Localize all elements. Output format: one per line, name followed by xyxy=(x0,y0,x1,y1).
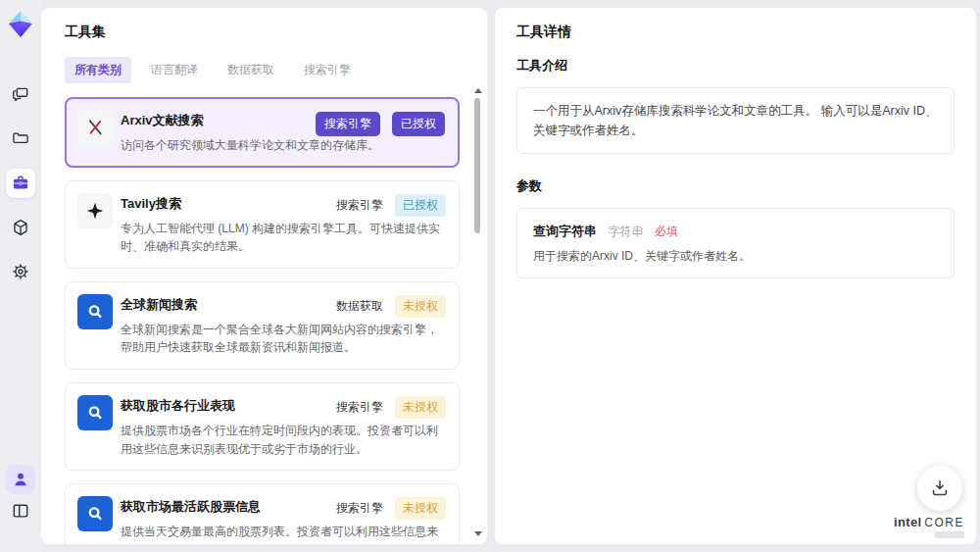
sidebar-item-chat[interactable] xyxy=(6,80,35,110)
tool-intro-text: 一个用于从Arxiv存储库搜索科学论文和文章的工具。 输入可以是Arxiv ID… xyxy=(516,87,955,154)
tool-card[interactable]: 获取市场最活跃股票信息 提供当天交易量最高的股票列表。投资者可以利用这些信息来识… xyxy=(65,483,460,544)
parameter-card: 查询字符串 字符串 必填 用于搜索的Arxiv ID、关键字或作者姓名。 xyxy=(516,208,955,278)
auth-status-badge: 未授权 xyxy=(395,295,446,318)
sidebar-rail xyxy=(0,0,41,552)
tool-description: 专为人工智能代理 (LLM) 构建的搜索引擎工具。可快速提供实时、准确和真实的结… xyxy=(121,220,447,256)
app-window: 工具集 所有类别语言翻译数据获取搜索引擎 Arxiv文献搜索 访问各个研究领域大… xyxy=(0,0,980,552)
download-button[interactable] xyxy=(917,466,962,511)
diamond-logo-icon xyxy=(6,9,35,40)
tool-card[interactable]: 全球新闻搜索 全球新闻搜索是一个聚合全球各大新闻网站内容的搜索引擎，帮助用户快速… xyxy=(65,281,460,370)
tool-tags: 搜索引擎 未授权 xyxy=(336,497,446,520)
tool-category-tag: 搜索引擎 xyxy=(336,197,383,214)
intro-section-header: 工具介绍 xyxy=(516,57,955,75)
details-panel: 工具详情 工具介绍 一个用于从Arxiv存储库搜索科学论文和文章的工具。 输入可… xyxy=(495,8,976,544)
intel-logo-sub-mark xyxy=(935,531,964,538)
category-tab-1[interactable]: 语言翻译 xyxy=(141,57,208,83)
tools-panel-title: 工具集 xyxy=(65,24,467,41)
tool-tags: 搜索引擎 已授权 xyxy=(316,112,445,136)
tool-category-tag: 搜索引擎 xyxy=(336,399,383,416)
sidebar-item-profile[interactable] xyxy=(6,465,35,494)
tool-tags: 搜索引擎 已授权 xyxy=(336,194,446,217)
magnifier-icon xyxy=(84,503,106,525)
auth-status-badge: 已授权 xyxy=(395,194,446,217)
sidebar-item-models[interactable] xyxy=(6,213,35,242)
cube-icon xyxy=(11,218,30,237)
tool-category-tag: 搜索引擎 xyxy=(336,500,383,517)
parameter-description: 用于搜索的Arxiv ID、关键字或作者姓名。 xyxy=(533,248,938,265)
tool-tags: 数据获取 未授权 xyxy=(336,295,446,318)
arxiv-logo-icon xyxy=(84,117,106,138)
sidebar-item-collapse[interactable] xyxy=(6,496,35,526)
tool-description: 访问各个研究领域大量科学论文和文章的存储库。 xyxy=(121,136,447,155)
parameter-name: 查询字符串 xyxy=(533,224,597,238)
intel-core-logo: intelcore xyxy=(894,516,964,538)
intel-logo-text: intel xyxy=(894,515,921,529)
sidebar-item-settings[interactable] xyxy=(6,257,35,286)
scrollbar-up-arrow-icon[interactable] xyxy=(474,88,482,93)
tool-icon xyxy=(77,193,113,228)
tool-icon xyxy=(77,496,113,531)
list-scrollbar[interactable] xyxy=(472,88,482,536)
category-tab-3[interactable]: 搜索引擎 xyxy=(294,57,361,83)
category-tab-2[interactable]: 数据获取 xyxy=(218,57,284,83)
params-section-header: 参数 xyxy=(516,177,955,195)
details-panel-title: 工具详情 xyxy=(516,24,955,41)
parameter-type: 字符串 xyxy=(608,225,643,238)
folder-icon xyxy=(11,129,30,149)
parameter-header: 查询字符串 字符串 必填 xyxy=(533,222,938,240)
tools-panel: 工具集 所有类别语言翻译数据获取搜索引擎 Arxiv文献搜索 访问各个研究领域大… xyxy=(41,8,487,544)
tool-card[interactable]: Arxiv文献搜索 访问各个研究领域大量科学论文和文章的存储库。 搜索引擎 已授… xyxy=(65,97,460,168)
tool-category-tag: 数据获取 xyxy=(336,298,383,315)
tool-category-tag: 搜索引擎 xyxy=(316,112,380,136)
tool-tags: 搜索引擎 未授权 xyxy=(336,396,446,419)
tool-description: 全球新闻搜索是一个聚合全球各大新闻网站内容的搜索引擎，帮助用户快速获取全球最新资… xyxy=(121,321,447,357)
scrollbar-down-arrow-icon[interactable] xyxy=(474,531,482,536)
sidebar-item-toolbox[interactable] xyxy=(6,169,35,198)
auth-status-badge: 未授权 xyxy=(395,497,446,520)
tool-description: 提供当天交易量最高的股票列表。投资者可以利用这些信息来识别流动性强的股票和潜在的… xyxy=(121,523,447,544)
tool-card-list: Arxiv文献搜索 访问各个研究领域大量科学论文和文章的存储库。 搜索引擎 已授… xyxy=(65,97,467,544)
tool-card[interactable]: 获取股市各行业表现 提供股票市场各个行业在特定时间段内的表现。投资者可以利用这些… xyxy=(65,382,460,471)
auth-status-badge: 已授权 xyxy=(392,112,445,136)
panel-toggle-icon xyxy=(11,501,30,521)
tool-icon xyxy=(77,110,113,145)
sparkle-icon xyxy=(84,200,106,222)
sidebar-item-files[interactable] xyxy=(6,125,35,154)
toolbox-icon xyxy=(11,174,30,193)
auth-status-badge: 未授权 xyxy=(395,396,446,419)
category-tabs: 所有类别语言翻译数据获取搜索引擎 xyxy=(65,57,467,83)
scrollbar-thumb[interactable] xyxy=(474,98,480,233)
gear-icon xyxy=(11,262,30,281)
category-tab-0[interactable]: 所有类别 xyxy=(65,57,131,83)
user-icon xyxy=(11,470,30,489)
parameter-required-label: 必填 xyxy=(655,225,678,238)
app-logo xyxy=(5,8,36,41)
download-icon xyxy=(929,477,951,499)
tool-icon xyxy=(77,395,113,430)
magnifier-icon xyxy=(84,402,106,424)
tool-description: 提供股票市场各个行业在特定时间段内的表现。投资者可以利用这些信息来识别表现优于或… xyxy=(121,422,447,458)
core-logo-text: core xyxy=(924,516,964,529)
tool-card[interactable]: Tavily搜索 专为人工智能代理 (LLM) 构建的搜索引擎工具。可快速提供实… xyxy=(65,180,460,269)
magnifier-icon xyxy=(84,301,106,323)
chat-icon xyxy=(11,85,30,105)
tool-icon xyxy=(77,294,113,329)
main-area: 工具集 所有类别语言翻译数据获取搜索引擎 Arxiv文献搜索 访问各个研究领域大… xyxy=(41,0,980,552)
